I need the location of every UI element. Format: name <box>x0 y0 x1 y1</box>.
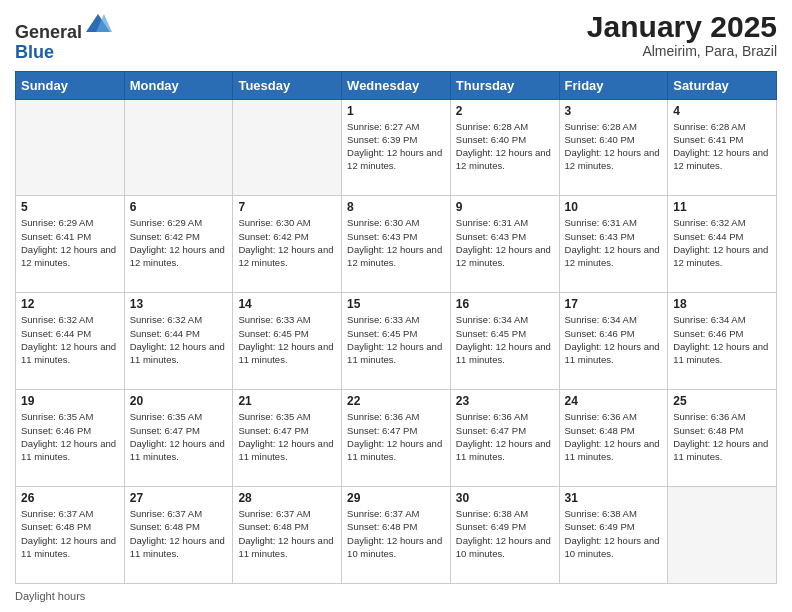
day-number: 6 <box>130 200 228 214</box>
page: General Blue January 2025 Almeirim, Para… <box>0 0 792 612</box>
col-header-friday: Friday <box>559 71 668 99</box>
day-number: 9 <box>456 200 554 214</box>
day-number: 31 <box>565 491 663 505</box>
col-header-sunday: Sunday <box>16 71 125 99</box>
day-info: Sunrise: 6:36 AMSunset: 6:48 PMDaylight:… <box>565 410 663 463</box>
day-info: Sunrise: 6:38 AMSunset: 6:49 PMDaylight:… <box>456 507 554 560</box>
day-info: Sunrise: 6:30 AMSunset: 6:43 PMDaylight:… <box>347 216 445 269</box>
day-info: Sunrise: 6:28 AMSunset: 6:41 PMDaylight:… <box>673 120 771 173</box>
day-info: Sunrise: 6:29 AMSunset: 6:42 PMDaylight:… <box>130 216 228 269</box>
day-number: 3 <box>565 104 663 118</box>
day-info: Sunrise: 6:32 AMSunset: 6:44 PMDaylight:… <box>673 216 771 269</box>
calendar-cell: 7Sunrise: 6:30 AMSunset: 6:42 PMDaylight… <box>233 196 342 293</box>
day-number: 2 <box>456 104 554 118</box>
day-number: 12 <box>21 297 119 311</box>
logo: General Blue <box>15 10 112 63</box>
day-number: 26 <box>21 491 119 505</box>
calendar-cell: 1Sunrise: 6:27 AMSunset: 6:39 PMDaylight… <box>342 99 451 196</box>
col-header-tuesday: Tuesday <box>233 71 342 99</box>
day-number: 13 <box>130 297 228 311</box>
calendar-cell: 16Sunrise: 6:34 AMSunset: 6:45 PMDayligh… <box>450 293 559 390</box>
col-header-saturday: Saturday <box>668 71 777 99</box>
day-number: 22 <box>347 394 445 408</box>
calendar-cell: 8Sunrise: 6:30 AMSunset: 6:43 PMDaylight… <box>342 196 451 293</box>
calendar-week-1: 1Sunrise: 6:27 AMSunset: 6:39 PMDaylight… <box>16 99 777 196</box>
calendar-cell: 24Sunrise: 6:36 AMSunset: 6:48 PMDayligh… <box>559 390 668 487</box>
day-info: Sunrise: 6:36 AMSunset: 6:47 PMDaylight:… <box>456 410 554 463</box>
calendar-week-4: 19Sunrise: 6:35 AMSunset: 6:46 PMDayligh… <box>16 390 777 487</box>
calendar-cell: 12Sunrise: 6:32 AMSunset: 6:44 PMDayligh… <box>16 293 125 390</box>
calendar-cell: 21Sunrise: 6:35 AMSunset: 6:47 PMDayligh… <box>233 390 342 487</box>
day-number: 4 <box>673 104 771 118</box>
day-number: 7 <box>238 200 336 214</box>
month-title: January 2025 <box>587 10 777 43</box>
calendar-cell: 25Sunrise: 6:36 AMSunset: 6:48 PMDayligh… <box>668 390 777 487</box>
day-number: 21 <box>238 394 336 408</box>
calendar-header-row: SundayMondayTuesdayWednesdayThursdayFrid… <box>16 71 777 99</box>
day-number: 18 <box>673 297 771 311</box>
day-info: Sunrise: 6:34 AMSunset: 6:46 PMDaylight:… <box>673 313 771 366</box>
calendar-cell: 10Sunrise: 6:31 AMSunset: 6:43 PMDayligh… <box>559 196 668 293</box>
day-info: Sunrise: 6:33 AMSunset: 6:45 PMDaylight:… <box>238 313 336 366</box>
calendar-cell <box>124 99 233 196</box>
calendar-cell: 18Sunrise: 6:34 AMSunset: 6:46 PMDayligh… <box>668 293 777 390</box>
calendar-cell: 31Sunrise: 6:38 AMSunset: 6:49 PMDayligh… <box>559 487 668 584</box>
day-info: Sunrise: 6:37 AMSunset: 6:48 PMDaylight:… <box>130 507 228 560</box>
logo-general: General <box>15 22 82 42</box>
day-info: Sunrise: 6:37 AMSunset: 6:48 PMDaylight:… <box>21 507 119 560</box>
calendar-cell: 29Sunrise: 6:37 AMSunset: 6:48 PMDayligh… <box>342 487 451 584</box>
calendar-cell: 9Sunrise: 6:31 AMSunset: 6:43 PMDaylight… <box>450 196 559 293</box>
calendar-cell: 5Sunrise: 6:29 AMSunset: 6:41 PMDaylight… <box>16 196 125 293</box>
calendar-cell: 11Sunrise: 6:32 AMSunset: 6:44 PMDayligh… <box>668 196 777 293</box>
logo-blue: Blue <box>15 42 54 62</box>
day-number: 5 <box>21 200 119 214</box>
day-info: Sunrise: 6:35 AMSunset: 6:47 PMDaylight:… <box>130 410 228 463</box>
day-info: Sunrise: 6:31 AMSunset: 6:43 PMDaylight:… <box>456 216 554 269</box>
calendar-cell: 23Sunrise: 6:36 AMSunset: 6:47 PMDayligh… <box>450 390 559 487</box>
calendar-cell: 17Sunrise: 6:34 AMSunset: 6:46 PMDayligh… <box>559 293 668 390</box>
title-area: January 2025 Almeirim, Para, Brazil <box>587 10 777 59</box>
day-info: Sunrise: 6:32 AMSunset: 6:44 PMDaylight:… <box>130 313 228 366</box>
footer: Daylight hours <box>15 590 777 602</box>
day-number: 23 <box>456 394 554 408</box>
col-header-thursday: Thursday <box>450 71 559 99</box>
day-info: Sunrise: 6:31 AMSunset: 6:43 PMDaylight:… <box>565 216 663 269</box>
calendar-cell: 4Sunrise: 6:28 AMSunset: 6:41 PMDaylight… <box>668 99 777 196</box>
day-number: 8 <box>347 200 445 214</box>
day-info: Sunrise: 6:28 AMSunset: 6:40 PMDaylight:… <box>565 120 663 173</box>
logo-text: General Blue <box>15 10 112 63</box>
day-number: 11 <box>673 200 771 214</box>
day-number: 1 <box>347 104 445 118</box>
calendar-cell: 26Sunrise: 6:37 AMSunset: 6:48 PMDayligh… <box>16 487 125 584</box>
calendar-cell <box>668 487 777 584</box>
day-number: 19 <box>21 394 119 408</box>
calendar-week-3: 12Sunrise: 6:32 AMSunset: 6:44 PMDayligh… <box>16 293 777 390</box>
day-info: Sunrise: 6:36 AMSunset: 6:47 PMDaylight:… <box>347 410 445 463</box>
calendar-cell: 2Sunrise: 6:28 AMSunset: 6:40 PMDaylight… <box>450 99 559 196</box>
day-info: Sunrise: 6:35 AMSunset: 6:47 PMDaylight:… <box>238 410 336 463</box>
calendar-cell <box>233 99 342 196</box>
day-info: Sunrise: 6:38 AMSunset: 6:49 PMDaylight:… <box>565 507 663 560</box>
location-subtitle: Almeirim, Para, Brazil <box>587 43 777 59</box>
day-info: Sunrise: 6:34 AMSunset: 6:46 PMDaylight:… <box>565 313 663 366</box>
day-number: 10 <box>565 200 663 214</box>
calendar-cell: 19Sunrise: 6:35 AMSunset: 6:46 PMDayligh… <box>16 390 125 487</box>
calendar-cell: 22Sunrise: 6:36 AMSunset: 6:47 PMDayligh… <box>342 390 451 487</box>
day-number: 14 <box>238 297 336 311</box>
calendar-cell: 28Sunrise: 6:37 AMSunset: 6:48 PMDayligh… <box>233 487 342 584</box>
calendar-cell: 6Sunrise: 6:29 AMSunset: 6:42 PMDaylight… <box>124 196 233 293</box>
day-number: 17 <box>565 297 663 311</box>
calendar-cell: 30Sunrise: 6:38 AMSunset: 6:49 PMDayligh… <box>450 487 559 584</box>
day-info: Sunrise: 6:37 AMSunset: 6:48 PMDaylight:… <box>347 507 445 560</box>
day-info: Sunrise: 6:33 AMSunset: 6:45 PMDaylight:… <box>347 313 445 366</box>
day-info: Sunrise: 6:35 AMSunset: 6:46 PMDaylight:… <box>21 410 119 463</box>
day-info: Sunrise: 6:34 AMSunset: 6:45 PMDaylight:… <box>456 313 554 366</box>
day-number: 15 <box>347 297 445 311</box>
day-info: Sunrise: 6:32 AMSunset: 6:44 PMDaylight:… <box>21 313 119 366</box>
calendar-cell: 15Sunrise: 6:33 AMSunset: 6:45 PMDayligh… <box>342 293 451 390</box>
calendar-cell: 3Sunrise: 6:28 AMSunset: 6:40 PMDaylight… <box>559 99 668 196</box>
day-number: 28 <box>238 491 336 505</box>
day-info: Sunrise: 6:30 AMSunset: 6:42 PMDaylight:… <box>238 216 336 269</box>
day-number: 16 <box>456 297 554 311</box>
day-number: 30 <box>456 491 554 505</box>
